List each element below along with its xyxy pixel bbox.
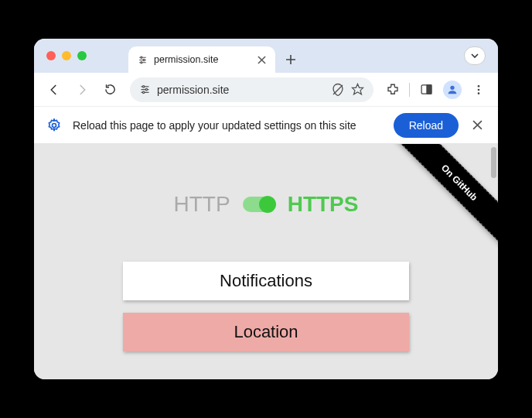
location-button[interactable]: Location: [123, 313, 409, 351]
back-button[interactable]: [42, 77, 66, 102]
address-bar[interactable]: permission.site: [130, 77, 373, 102]
reload-button[interactable]: [97, 77, 122, 102]
protocol-toggle-row: HTTP HTTPS: [34, 192, 498, 217]
bookmark-icon[interactable]: [351, 83, 364, 96]
tab-strip: permission.site: [34, 39, 498, 73]
close-tab-button[interactable]: [257, 56, 266, 64]
svg-point-5: [141, 61, 142, 63]
url-text: permission.site: [157, 84, 325, 96]
scrollbar[interactable]: [491, 147, 496, 178]
infobar-message: Reload this page to apply your updated s…: [73, 119, 383, 132]
page-content: On GitHub HTTP HTTPS Notifications Locat…: [34, 144, 498, 379]
menu-icon[interactable]: [467, 78, 490, 101]
minimize-window-button[interactable]: [62, 51, 71, 60]
svg-point-22: [478, 85, 480, 87]
tab-title: permission.site: [154, 54, 251, 65]
gear-icon: [46, 118, 62, 133]
svg-rect-20: [427, 85, 431, 94]
protocol-toggle[interactable]: [243, 197, 275, 212]
http-label: HTTP: [174, 192, 230, 217]
svg-marker-17: [352, 84, 363, 94]
svg-point-15: [142, 91, 145, 94]
svg-point-21: [450, 85, 454, 89]
browser-tab[interactable]: permission.site: [128, 46, 275, 73]
svg-point-13: [142, 86, 145, 88]
maximize-window-button[interactable]: [77, 51, 87, 60]
infobar-reload-button[interactable]: Reload: [394, 113, 459, 138]
site-settings-icon[interactable]: [139, 84, 151, 95]
tune-icon: [138, 55, 148, 65]
toolbar-divider: [409, 83, 410, 97]
settings-infobar: Reload this page to apply your updated s…: [34, 107, 498, 144]
incognito-blocked-icon[interactable]: [331, 83, 345, 97]
notifications-button[interactable]: Notifications: [123, 262, 409, 300]
https-label: HTTPS: [288, 192, 359, 217]
profile-avatar[interactable]: [441, 78, 464, 101]
infobar-close-button[interactable]: [469, 120, 486, 130]
svg-point-25: [53, 123, 56, 127]
browser-window: permission.site permission.site: [34, 39, 498, 379]
svg-point-23: [478, 88, 480, 91]
toggle-knob: [259, 196, 276, 213]
window-controls: [46, 51, 87, 60]
svg-point-14: [145, 88, 148, 91]
toolbar: permission.site: [34, 73, 498, 107]
svg-point-3: [141, 57, 142, 58]
side-panel-icon[interactable]: [414, 78, 438, 101]
forward-button[interactable]: [70, 77, 94, 102]
svg-point-4: [143, 59, 145, 60]
svg-point-24: [478, 92, 480, 94]
new-tab-button[interactable]: [280, 49, 302, 70]
extensions-icon[interactable]: [381, 78, 404, 101]
close-window-button[interactable]: [46, 51, 56, 60]
tab-overflow-button[interactable]: [464, 46, 486, 65]
permission-buttons: Notifications Location: [34, 262, 498, 351]
